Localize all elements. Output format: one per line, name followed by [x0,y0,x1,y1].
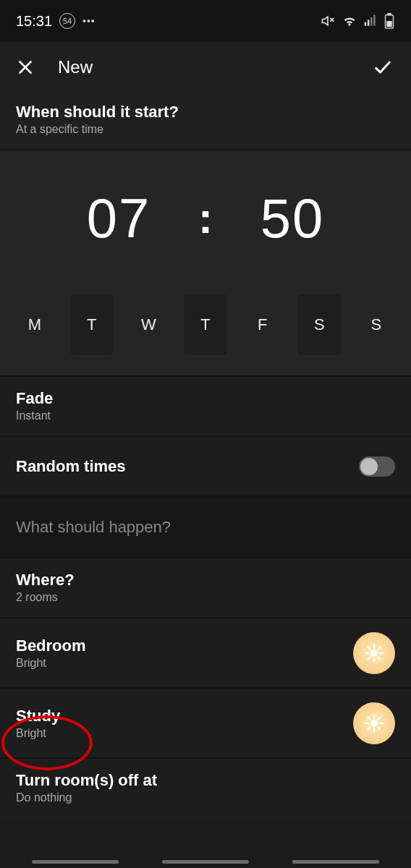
time-picker[interactable]: 07 : 50 [0,150,411,276]
room-row-study[interactable]: StudyBright [0,689,411,757]
app-header: New [0,42,411,93]
svg-rect-4 [370,17,373,26]
status-bar: 15:31 54 ••• [0,0,411,42]
turn-off-title: Turn room(s) off at [16,771,395,790]
where-title: Where? [16,571,395,590]
day-2[interactable]: W [127,294,170,355]
day-6[interactable]: S [355,294,398,355]
room-row-bedroom[interactable]: BedroomBright [0,618,411,687]
day-0[interactable]: M [13,294,56,355]
room-scene: Bright [16,657,86,670]
fade-title: Fade [16,389,395,408]
time-separator: : [191,193,220,243]
fade-value: Instant [16,409,395,422]
start-subtitle: At a specific time [16,123,395,136]
fade-row[interactable]: Fade Instant [0,377,411,435]
svg-rect-2 [365,22,367,26]
svg-line-16 [368,647,370,649]
confirm-icon[interactable] [370,57,395,77]
scene-icon[interactable] [353,702,395,744]
svg-line-27 [368,728,370,729]
svg-point-20 [370,720,377,726]
start-title: When should it start? [16,103,395,122]
room-scene: Bright [16,727,60,740]
svg-line-18 [368,658,370,659]
scene-icon[interactable] [353,632,395,674]
turn-off-value: Do nothing [16,791,395,804]
day-5[interactable]: S [297,294,341,355]
gesture-bar [0,860,411,864]
svg-rect-5 [373,15,376,26]
svg-line-19 [378,647,380,649]
status-badge: 54 [59,13,75,29]
svg-line-28 [378,718,380,719]
svg-rect-7 [386,21,391,27]
svg-rect-3 [368,20,370,25]
mute-vibrate-icon [320,14,336,28]
page-title: New [58,57,93,77]
day-4[interactable]: F [241,294,284,355]
battery-icon [384,13,395,29]
svg-rect-8 [387,13,391,15]
svg-line-26 [378,728,380,729]
wifi-icon [342,14,357,28]
random-toggle[interactable] [359,456,395,477]
time-hour[interactable]: 07 [61,187,177,250]
room-name: Bedroom [16,637,86,655]
svg-point-11 [370,650,377,656]
close-icon[interactable] [16,58,35,77]
turn-off-row[interactable]: Turn room(s) off at Do nothing [0,759,411,817]
svg-line-25 [368,718,370,719]
what-happen-section: What should happen? [0,497,411,557]
status-more-icon: ••• [82,15,96,27]
days-picker: MTWTFSS [0,276,411,375]
day-1[interactable]: T [70,294,114,355]
start-section[interactable]: When should it start? At a specific time [0,93,411,149]
svg-line-17 [378,658,380,659]
where-subtitle: 2 rooms [16,591,395,604]
where-row[interactable]: Where? 2 rooms [0,558,411,617]
what-happen-title: What should happen? [16,518,395,537]
day-3[interactable]: T [184,294,227,355]
random-title: Random times [16,457,126,476]
signal-icon [363,14,378,28]
status-time: 15:31 [16,13,52,30]
time-minute[interactable]: 50 [234,187,350,250]
room-name: Study [16,707,60,726]
random-times-row: Random times [0,437,411,495]
